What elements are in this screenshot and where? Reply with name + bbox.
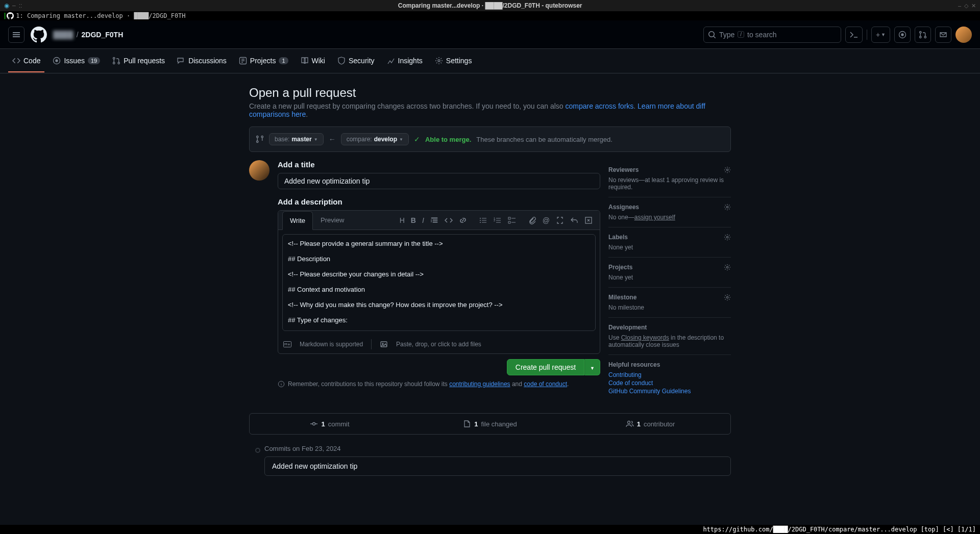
tasklist-icon[interactable]	[505, 214, 519, 226]
tab-security[interactable]: Security	[333, 50, 379, 72]
issues-icon	[53, 57, 61, 65]
svg-point-3	[56, 60, 58, 62]
tab-pull-requests[interactable]: Pull requests	[108, 50, 169, 72]
reply-icon[interactable]	[567, 214, 581, 226]
search-hint: to search	[747, 31, 777, 39]
minimize-icon[interactable]: –	[958, 3, 961, 9]
description-textarea[interactable]: <!-- Please provide a general summary in…	[282, 234, 596, 331]
assignees-heading[interactable]: Assignees	[608, 204, 639, 211]
stat-contributors[interactable]: 1 contributor	[570, 414, 730, 434]
labels-body: None yet	[608, 244, 731, 251]
create-pr-dropdown[interactable]: ▼	[584, 359, 600, 375]
closing-keywords-link[interactable]: Closing keywords	[621, 334, 669, 341]
code-icon	[12, 57, 20, 65]
heading-icon[interactable]: H	[397, 214, 408, 226]
reviewers-heading[interactable]: Reviewers	[608, 166, 639, 173]
italic-icon[interactable]: I	[419, 214, 427, 226]
help-coc[interactable]: Code of conduct	[608, 379, 731, 387]
pr-stats: 1 commit 1 file changed 1 contributor	[249, 413, 731, 435]
tab-insights[interactable]: Insights	[383, 50, 427, 72]
commit-item[interactable]: Added new optimization tip	[264, 456, 731, 476]
gear-icon[interactable]	[724, 204, 731, 211]
command-palette-button[interactable]	[845, 27, 863, 43]
file-icon	[463, 420, 471, 428]
issues-button[interactable]	[894, 27, 911, 43]
svg-point-18	[382, 343, 383, 344]
compare-branch-select[interactable]: compare: develop ▼	[341, 133, 409, 145]
projects-heading[interactable]: Projects	[608, 264, 632, 271]
tab-settings[interactable]: Settings	[431, 50, 476, 72]
user-avatar[interactable]	[955, 27, 972, 43]
code-icon[interactable]	[442, 214, 456, 226]
svg-point-5	[113, 62, 115, 64]
pr-icon	[112, 57, 120, 65]
notifications-button[interactable]	[935, 27, 951, 43]
milestone-heading[interactable]: Milestone	[608, 294, 636, 301]
gear-icon[interactable]	[724, 166, 731, 173]
commit-icon	[310, 420, 318, 428]
security-icon	[337, 57, 346, 65]
gear-icon[interactable]	[724, 264, 731, 271]
plus-icon: +	[876, 31, 880, 39]
help-community[interactable]: GitHub Community Guidelines	[608, 388, 731, 395]
reference-icon[interactable]	[553, 214, 567, 226]
repo-nav: Code Issues 19 Pull requests Discussions…	[0, 49, 980, 73]
chevron-down-icon: ▼	[399, 137, 403, 142]
tab-discussions[interactable]: Discussions	[173, 50, 231, 72]
svg-point-24	[726, 296, 728, 298]
contribution-note: Remember, contributions to this reposito…	[278, 380, 600, 388]
main-content: Open a pull request Create a new pull re…	[110, 73, 870, 488]
compare-forks-link[interactable]: compare across forks	[565, 102, 633, 110]
base-branch-select[interactable]: base: master ▼	[269, 133, 324, 145]
description-label: Add a description	[278, 197, 600, 206]
stat-files[interactable]: 1 file changed	[410, 414, 570, 434]
create-new-button[interactable]: + ▼	[871, 27, 890, 43]
pull-requests-button[interactable]	[915, 27, 931, 43]
gear-icon[interactable]	[724, 234, 731, 241]
title-label: Add a title	[278, 160, 600, 169]
markdown-support-text[interactable]: Markdown is supported	[300, 341, 363, 348]
stat-commits[interactable]: 1 commit	[250, 414, 410, 434]
quote-icon[interactable]	[427, 214, 442, 226]
preview-tab[interactable]: Preview	[313, 211, 352, 230]
github-logo[interactable]	[31, 27, 47, 43]
svg-point-22	[726, 236, 728, 238]
tab-wiki[interactable]: Wiki	[297, 50, 329, 72]
search-placeholder: Type	[719, 31, 734, 39]
fullscreen-icon[interactable]	[581, 214, 596, 226]
tab-code[interactable]: Code	[8, 50, 44, 72]
coc-link[interactable]: code of conduct	[524, 380, 567, 388]
labels-heading[interactable]: Labels	[608, 234, 628, 241]
svg-point-23	[726, 266, 728, 268]
contributing-link[interactable]: contributing guidelines	[449, 380, 510, 388]
tab-projects[interactable]: Projects 1	[235, 50, 292, 72]
title-input[interactable]	[278, 173, 600, 189]
github-header: ████ / 2DGD_F0TH Type / to search + ▼	[0, 20, 980, 49]
projects-body: None yet	[608, 274, 731, 281]
write-tab[interactable]: Write	[282, 211, 313, 230]
svg-point-1	[901, 34, 903, 36]
tab-label[interactable]: 1: Comparing master...develop · ████/2DG…	[16, 12, 185, 19]
paste-hint[interactable]: Paste, drop, or click to add files	[396, 341, 481, 348]
search-key-hint: /	[738, 31, 744, 38]
list-ul-icon[interactable]	[476, 214, 491, 226]
search-input[interactable]: Type / to search	[703, 27, 841, 43]
development-body: Use Closing keywords in the description …	[608, 334, 731, 348]
breadcrumb-repo[interactable]: 2DGD_F0TH	[82, 31, 124, 39]
gear-icon[interactable]	[724, 294, 731, 301]
list-ol-icon[interactable]: 12	[491, 214, 505, 226]
bold-icon[interactable]: B	[408, 214, 419, 226]
settings-icon	[435, 57, 443, 65]
mention-icon[interactable]: @	[540, 214, 553, 226]
help-contributing[interactable]: Contributing	[608, 371, 731, 378]
breadcrumb-owner[interactable]: ████	[53, 31, 74, 39]
create-pr-button[interactable]: Create pull request	[507, 359, 584, 375]
hamburger-menu[interactable]	[8, 27, 24, 43]
tab-indicator: |	[3, 12, 7, 19]
close-icon[interactable]: ✕	[971, 3, 976, 9]
attach-icon[interactable]	[525, 214, 540, 226]
link-icon[interactable]	[456, 214, 470, 226]
assign-yourself-link[interactable]: assign yourself	[634, 214, 675, 221]
tab-issues[interactable]: Issues 19	[48, 50, 104, 72]
maximize-icon[interactable]: ◇	[964, 3, 968, 9]
